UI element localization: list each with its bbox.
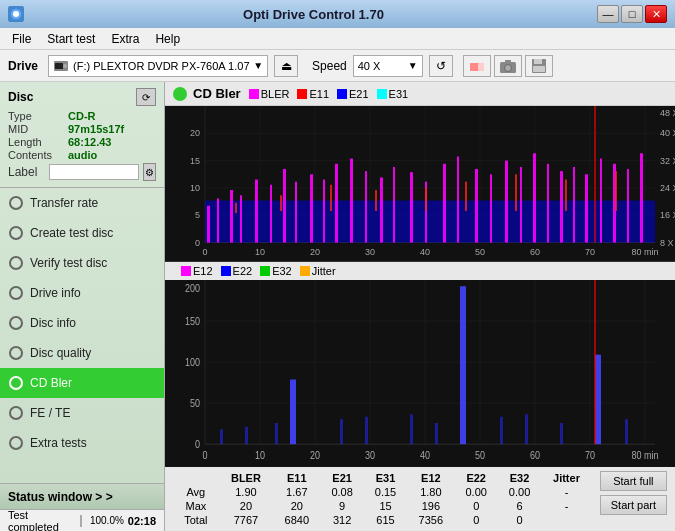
svg-rect-49 <box>490 174 492 242</box>
svg-rect-116 <box>525 415 528 445</box>
svg-text:40 X: 40 X <box>660 128 675 138</box>
disc-label-settings-button[interactable]: ⚙ <box>143 163 156 181</box>
disc-mid-key: MID <box>8 123 68 135</box>
svg-rect-32 <box>240 195 242 242</box>
legend-e11-label: E11 <box>309 88 329 100</box>
svg-text:70: 70 <box>585 450 595 462</box>
row-avg-bler: 1.90 <box>219 485 273 499</box>
svg-text:10: 10 <box>190 183 200 193</box>
close-button[interactable]: ✕ <box>645 5 667 23</box>
menu-extra[interactable]: Extra <box>103 30 147 48</box>
minimize-button[interactable]: — <box>597 5 619 23</box>
sidebar-item-extra-tests[interactable]: Extra tests <box>0 428 164 458</box>
disc-panel: Disc ⟳ Type CD-R MID 97m15s17f Length 68… <box>0 82 164 188</box>
svg-rect-68 <box>565 180 567 212</box>
svg-rect-109 <box>245 427 248 444</box>
drive-label: Drive <box>8 59 38 73</box>
row-total-e32: 0 <box>498 513 541 527</box>
sidebar-item-drive-info[interactable]: Drive info <box>0 278 164 308</box>
col-header-bler: BLER <box>219 471 273 485</box>
sidebar-item-cd-bler[interactable]: CD Bler <box>0 368 164 398</box>
legend-jitter-color <box>300 266 310 276</box>
svg-rect-67 <box>515 174 517 211</box>
sidebar-item-extra-tests-label: Extra tests <box>30 436 87 450</box>
cd-bler-icon <box>8 375 24 391</box>
svg-text:70: 70 <box>585 247 595 257</box>
svg-rect-113 <box>410 415 413 445</box>
charts-container: 0 5 10 15 20 8 X 16 X 24 X 32 X 40 X 48 … <box>165 106 675 467</box>
svg-rect-57 <box>600 159 602 243</box>
svg-rect-33 <box>255 180 258 243</box>
disc-refresh-button[interactable]: ⟳ <box>136 88 156 106</box>
svg-text:0: 0 <box>202 247 207 257</box>
legend-e21-label: E21 <box>349 88 369 100</box>
svg-text:50: 50 <box>475 450 485 462</box>
menu-start-test[interactable]: Start test <box>39 30 103 48</box>
svg-rect-31 <box>230 190 233 243</box>
eraser-button[interactable] <box>463 55 491 77</box>
col-header-e22: E22 <box>455 471 498 485</box>
row-max-e21: 9 <box>320 499 363 513</box>
refresh-button[interactable]: ↺ <box>429 55 453 77</box>
sidebar-item-disc-quality[interactable]: Disc quality <box>0 338 164 368</box>
eject-button[interactable]: ⏏ <box>274 55 298 77</box>
legend-e21: E21 <box>337 88 369 100</box>
svg-text:20: 20 <box>190 128 200 138</box>
start-full-button[interactable]: Start full <box>600 471 667 491</box>
drive-dropdown-arrow: ▼ <box>253 60 263 71</box>
sidebar-item-create-test-disc[interactable]: Create test disc <box>0 218 164 248</box>
svg-text:5: 5 <box>195 210 200 220</box>
svg-rect-34 <box>270 185 272 243</box>
disc-label-input[interactable] <box>49 164 139 180</box>
svg-rect-110 <box>275 423 278 444</box>
svg-text:24 X: 24 X <box>660 183 675 193</box>
disc-contents-key: Contents <box>8 149 68 161</box>
disc-mid-row: MID 97m15s17f <box>8 123 156 135</box>
svg-text:30: 30 <box>365 247 375 257</box>
sidebar-item-fe-te[interactable]: FE / TE <box>0 398 164 428</box>
svg-text:50: 50 <box>190 397 200 409</box>
svg-rect-118 <box>625 420 628 445</box>
top-legend: BLER E11 E21 E31 <box>249 88 408 100</box>
sidebar-item-disc-info[interactable]: Disc info <box>0 308 164 338</box>
start-part-button[interactable]: Start part <box>600 495 667 515</box>
svg-text:16 X: 16 X <box>660 210 675 220</box>
svg-rect-64 <box>375 190 377 211</box>
sidebar-item-verify-test-disc[interactable]: Verify test disc <box>0 248 164 278</box>
col-header-e11: E11 <box>273 471 320 485</box>
menu-file[interactable]: File <box>4 30 39 48</box>
svg-rect-111 <box>340 420 343 445</box>
svg-rect-66 <box>465 182 467 211</box>
maximize-button[interactable]: □ <box>621 5 643 23</box>
svg-rect-114 <box>435 423 438 444</box>
extra-tests-icon <box>8 435 24 451</box>
drive-icon <box>53 58 69 74</box>
svg-rect-43 <box>393 167 395 243</box>
svg-rect-61 <box>235 203 237 214</box>
drive-selector[interactable]: (F:) PLEXTOR DVDR PX-760A 1.07 ▼ <box>48 55 268 77</box>
row-max-label: Max <box>173 499 219 513</box>
chart-header: CD Bler BLER E11 E21 E31 <box>165 82 675 106</box>
svg-rect-40 <box>350 159 353 243</box>
sidebar-item-drive-info-label: Drive info <box>30 286 81 300</box>
legend-e22: E22 <box>221 265 253 277</box>
svg-rect-39 <box>335 164 338 243</box>
progress-label: 100.0% <box>90 515 124 526</box>
save-button[interactable] <box>525 55 553 77</box>
svg-text:200: 200 <box>185 283 200 295</box>
title-bar: Opti Drive Control 1.70 — □ ✕ <box>0 0 675 28</box>
bottom-chart-area: 0 50 100 150 200 0 10 20 30 40 50 60 70 … <box>165 280 675 467</box>
camera-button[interactable] <box>494 55 522 77</box>
menu-help[interactable]: Help <box>147 30 188 48</box>
sidebar: Disc ⟳ Type CD-R MID 97m15s17f Length 68… <box>0 82 165 531</box>
svg-rect-115 <box>500 417 503 444</box>
speed-selector[interactable]: 40 X ▼ <box>353 55 423 77</box>
legend-bler-color <box>249 89 259 99</box>
svg-rect-69 <box>615 171 617 211</box>
transfer-rate-icon <box>8 195 24 211</box>
sidebar-item-transfer-rate[interactable]: Transfer rate <box>0 188 164 218</box>
row-max-e11: 20 <box>273 499 320 513</box>
svg-rect-3 <box>55 63 63 69</box>
status-window-button[interactable]: Status window > > <box>0 483 164 509</box>
disc-label-key: Label <box>8 165 49 179</box>
